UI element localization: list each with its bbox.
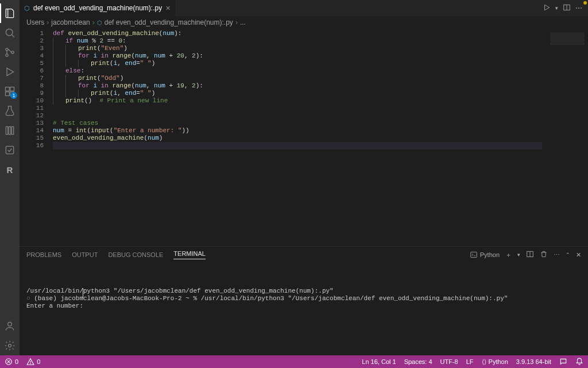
status-warnings[interactable]: 0 (26, 358, 40, 366)
svg-rect-6 (6, 87, 10, 91)
chevron-right-icon: › (92, 18, 95, 26)
terminal-output[interactable]: /usr/local/bin/python3 "/Users/jacobmcle… (20, 263, 588, 355)
svg-point-2 (6, 48, 8, 51)
bookshelf-icon[interactable] (0, 121, 20, 140)
new-terminal-icon[interactable]: ＋ (505, 251, 512, 259)
panel-tab-bar: PROBLEMS OUTPUT DEBUG CONSOLE TERMINAL P… (20, 247, 588, 263)
account-icon[interactable] (0, 316, 20, 336)
svg-rect-11 (9, 126, 10, 134)
status-encoding[interactable]: UTF-8 (440, 358, 458, 365)
breadcrumb-segment[interactable]: jacobmclean (51, 18, 90, 26)
tab-debug-console[interactable]: DEBUG CONSOLE (108, 251, 163, 258)
chevron-down-icon[interactable]: ▾ (555, 5, 558, 11)
svg-rect-12 (11, 126, 13, 134)
svg-line-1 (11, 34, 14, 37)
breadcrumb-segment[interactable]: def even_odd_vending_machine(num):.py (105, 18, 233, 26)
gear-icon[interactable] (0, 336, 20, 355)
svg-rect-8 (6, 92, 10, 96)
search-icon[interactable] (0, 23, 20, 43)
svg-point-15 (9, 344, 11, 347)
chevron-right-icon: › (235, 18, 238, 26)
breadcrumb-segment[interactable]: Users (26, 18, 44, 26)
run-debug-icon[interactable] (0, 62, 20, 82)
testing-icon[interactable] (0, 101, 20, 121)
svg-rect-19 (471, 252, 477, 257)
source-control-icon[interactable] (0, 43, 20, 62)
more-icon[interactable]: ⋯ (554, 251, 560, 259)
tab-file[interactable]: ⬡ def even_odd_vending_machine(num):.py … (20, 0, 176, 16)
activity-bar: 1 R (0, 0, 20, 355)
dirty-indicator-icon (583, 1, 587, 5)
python-file-icon: ⬡ (97, 20, 102, 26)
svg-point-3 (6, 54, 8, 56)
svg-point-14 (8, 322, 12, 326)
todo-icon[interactable] (0, 140, 20, 160)
breadcrumb-segment[interactable]: ... (240, 18, 246, 26)
more-icon[interactable]: ⋯ (575, 4, 582, 12)
svg-point-26 (30, 363, 31, 364)
status-pyversion[interactable]: 3.9.13 64-bit (516, 358, 551, 365)
svg-rect-7 (10, 87, 14, 91)
line-number-gutter: 12345678910111213141516 (20, 29, 53, 246)
chevron-right-icon: › (47, 18, 49, 26)
svg-marker-5 (7, 68, 14, 75)
svg-rect-13 (6, 146, 13, 154)
code-area[interactable]: def even_odd_vending_machine(num):if num… (53, 29, 542, 246)
svg-rect-10 (6, 126, 7, 134)
minimap[interactable] (542, 29, 588, 246)
bell-icon[interactable] (575, 358, 583, 366)
terminal-kind[interactable]: Python (470, 251, 500, 259)
close-icon[interactable]: ✕ (165, 5, 171, 12)
breadcrumb[interactable]: Users › jacobmclean › ⬡ def even_odd_ven… (20, 16, 588, 29)
split-editor-icon[interactable] (563, 3, 571, 13)
editor[interactable]: 12345678910111213141516 def even_odd_ven… (20, 29, 588, 246)
run-icon[interactable] (543, 3, 551, 13)
tab-filename: def even_odd_vending_machine(num):.py (33, 4, 162, 12)
status-spaces[interactable]: Spaces: 4 (404, 358, 432, 365)
chevron-down-icon[interactable]: ▾ (517, 252, 520, 258)
split-terminal-icon[interactable] (526, 250, 534, 259)
extensions-icon[interactable]: 1 (0, 82, 20, 101)
status-errors[interactable]: 0 (5, 358, 18, 366)
bottom-panel: PROBLEMS OUTPUT DEBUG CONSOLE TERMINAL P… (20, 246, 588, 355)
svg-marker-16 (545, 5, 550, 10)
svg-point-0 (6, 29, 13, 36)
svg-point-4 (11, 51, 14, 53)
status-lncol[interactable]: Ln 16, Col 1 (362, 358, 396, 365)
python-file-icon: ⬡ (24, 5, 30, 12)
extensions-badge: 1 (10, 92, 17, 99)
tab-output[interactable]: OUTPUT (72, 251, 98, 258)
minimap-preview (550, 32, 585, 45)
feedback-icon[interactable] (559, 358, 567, 366)
close-icon[interactable]: ✕ (576, 251, 581, 259)
tab-problems[interactable]: PROBLEMS (26, 251, 61, 258)
tab-bar: ⬡ def even_odd_vending_machine(num):.py … (20, 0, 588, 16)
terminal-cursor (83, 288, 83, 298)
chevron-up-icon[interactable]: ⌃ (566, 252, 570, 258)
tab-terminal[interactable]: TERMINAL (173, 250, 206, 259)
r-icon[interactable]: R (0, 160, 20, 179)
status-language[interactable]: ⟨⟩ Python (482, 358, 508, 366)
status-eol[interactable]: LF (466, 358, 474, 365)
explorer-icon[interactable] (0, 3, 20, 23)
trash-icon[interactable] (540, 250, 548, 259)
status-bar: 0 0 Ln 16, Col 1 Spaces: 4 UTF-8 LF ⟨⟩ P… (0, 355, 588, 368)
